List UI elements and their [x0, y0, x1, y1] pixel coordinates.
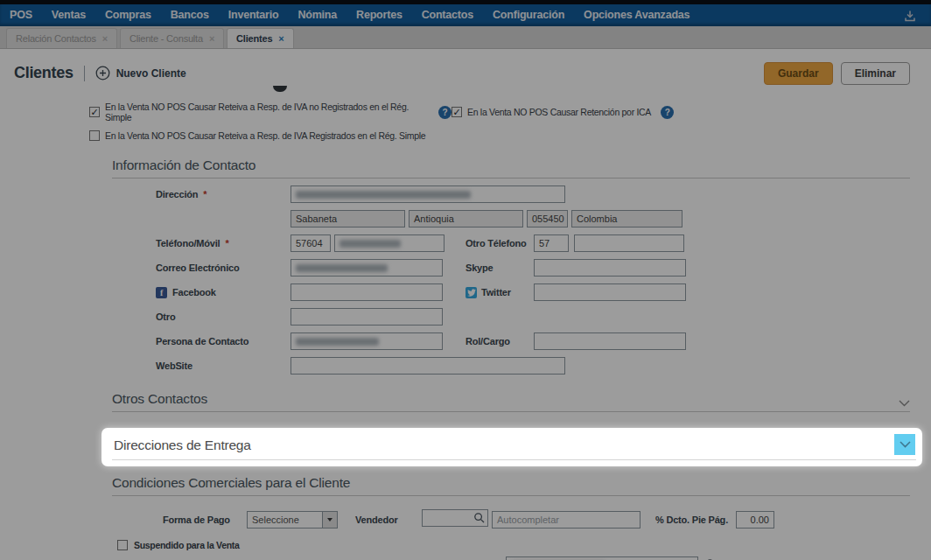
otro-telefono-input[interactable]: [574, 234, 684, 252]
nav-pos[interactable]: POS: [0, 4, 42, 26]
tab-cliente-consulta[interactable]: Cliente - Consulta ×: [120, 28, 224, 48]
nav-compras[interactable]: Compras: [95, 4, 161, 26]
direccion-label: Dirección*: [156, 189, 290, 200]
persona-contacto-input[interactable]: [290, 332, 443, 350]
search-icon[interactable]: [473, 512, 486, 524]
tab-close-icon[interactable]: ×: [209, 33, 214, 44]
otro-telefono-code-input[interactable]: 57: [534, 234, 569, 252]
tab-close-icon[interactable]: ×: [278, 33, 284, 44]
help-icon[interactable]: ?: [438, 106, 452, 119]
chevron-down-icon[interactable]: [899, 400, 910, 407]
state-input[interactable]: Antioquia: [409, 210, 523, 228]
twitter-label: Twitter: [466, 287, 534, 298]
scrolled-element-fragment: [273, 86, 287, 92]
twitter-input[interactable]: [534, 284, 686, 301]
header-divider: [84, 66, 85, 81]
vendedor-code-input[interactable]: [422, 509, 488, 530]
section-title: Direcciones de Entrega: [114, 438, 251, 453]
correo-label: Correo Electrónico: [156, 262, 290, 273]
tab-bar: Relación Contactos × Cliente - Consulta …: [0, 26, 931, 49]
new-client-label: Nuevo Cliente: [116, 67, 186, 80]
checkbox-retencion-ica[interactable]: [452, 107, 462, 117]
forma-pago-select[interactable]: Seleccione: [247, 511, 338, 528]
checkbox-iva-no-registrados[interactable]: [89, 107, 100, 117]
otro-telefono-label: Otro Télefono: [466, 238, 534, 248]
dcto-label: % Dcto. Pie Pág.: [655, 514, 736, 525]
main-nav: POS Ventas Compras Bancos Inventario Nóm…: [0, 4, 931, 26]
flag-label: En la Venta NO POS Causar Reteiva a Resp…: [105, 130, 425, 141]
country-input[interactable]: Colombia: [571, 210, 682, 228]
nav-ventas[interactable]: Ventas: [42, 4, 95, 26]
forma-pago-label: Forma de Pago: [163, 514, 247, 525]
website-input[interactable]: [290, 357, 565, 374]
required-mark: *: [225, 238, 228, 248]
telefono-label: Teléfono/Móvil*: [156, 238, 290, 248]
nav-bancos[interactable]: Bancos: [161, 4, 219, 26]
section-title: Otros Contactos: [112, 391, 207, 407]
postal-code-input[interactable]: 055450: [527, 210, 568, 228]
facebook-icon: f: [156, 287, 167, 298]
placeholder: Autocompletar: [497, 514, 559, 525]
twitter-icon: [466, 287, 477, 298]
skype-input[interactable]: [534, 259, 686, 276]
correo-xml-input[interactable]: [506, 556, 698, 560]
download-icon[interactable]: [903, 9, 917, 23]
delete-button[interactable]: Eliminar: [841, 62, 910, 85]
redacted-value: [340, 240, 401, 248]
save-button[interactable]: Guardar: [764, 62, 833, 85]
persona-contacto-label: Persona de Contacto: [156, 336, 290, 346]
tab-relacion-contactos[interactable]: Relación Contactos ×: [6, 28, 117, 48]
section-title: Información de Contacto: [112, 158, 256, 173]
tab-clientes[interactable]: Clientes ×: [227, 28, 293, 48]
tab-close-icon[interactable]: ×: [102, 33, 108, 44]
rol-cargo-input[interactable]: [534, 332, 686, 350]
help-icon[interactable]: ?: [661, 106, 674, 119]
plus-circle-icon: [95, 66, 110, 80]
required-mark: *: [203, 189, 206, 200]
forma-pago-value: Seleccione: [248, 512, 322, 528]
nav-reportes[interactable]: Reportes: [346, 4, 412, 26]
tab-label: Cliente - Consulta: [130, 33, 203, 44]
section-direcciones-entrega[interactable]: Direcciones de Entrega: [104, 430, 920, 464]
flag-retencion-ica: En la Venta NO POS Causar Retención por …: [452, 106, 674, 119]
section-condiciones-comerciales: Condiciones Comerciales para el Cliente: [112, 475, 910, 496]
app-window: POS Ventas Compras Bancos Inventario Nóm…: [0, 0, 931, 560]
tab-label: Relación Contactos: [16, 33, 96, 44]
nav-nomina[interactable]: Nómina: [288, 4, 346, 26]
nav-configuracion[interactable]: Configuración: [483, 4, 574, 26]
nav-opciones-avanzadas[interactable]: Opciones Avanzadas: [574, 4, 699, 26]
vendedor-autocomplete-input[interactable]: Autocompletar: [492, 511, 640, 528]
facebook-label: f Facebook: [156, 287, 290, 298]
section-informacion-contacto: Información de Contacto: [112, 158, 910, 178]
nav-inventario[interactable]: Inventario: [219, 4, 289, 26]
correo-input[interactable]: [290, 259, 443, 276]
tax-flags: En la Venta NO POS Causar Reteiva a Resp…: [89, 102, 931, 141]
redacted-value: [296, 191, 471, 199]
telefono-code-input[interactable]: 57604: [290, 234, 331, 252]
chevron-down-icon[interactable]: [894, 434, 915, 455]
contact-form: Dirección* Sabaneta Antioquia 055450 Col…: [156, 186, 910, 374]
city-input[interactable]: Sabaneta: [290, 210, 405, 228]
suspendido-row: Suspendido para la Venta: [117, 540, 910, 550]
facebook-input[interactable]: [290, 284, 443, 301]
page-title: Clientes: [14, 64, 74, 82]
dropdown-arrow-icon[interactable]: [322, 512, 337, 528]
dcto-input[interactable]: 0.00: [736, 511, 774, 528]
section-title: Condiciones Comerciales para el Cliente: [112, 475, 350, 491]
condiciones-row: Forma de Pago Seleccione Vendedor Autoco…: [163, 511, 910, 528]
otro-label: Otro: [156, 312, 290, 322]
nav-contactos[interactable]: Contactos: [412, 4, 483, 26]
clientes-page: Clientes Nuevo Cliente Guardar Eliminar: [0, 49, 931, 560]
telefono-input[interactable]: [334, 234, 444, 252]
checkbox-suspendido[interactable]: [117, 540, 128, 550]
flag-iva-registrados: En la Venta NO POS Causar Reteiva a Resp…: [89, 130, 425, 141]
flag-label: En la Venta NO POS Causar Retención por …: [467, 107, 651, 117]
new-client-button[interactable]: Nuevo Cliente: [95, 66, 186, 80]
otro-input[interactable]: [290, 308, 443, 326]
flag-iva-no-registrados: En la Venta NO POS Causar Reteiva a Resp…: [89, 102, 452, 122]
redacted-value: [296, 338, 379, 346]
website-label: WebSite: [156, 360, 290, 371]
section-otros-contactos[interactable]: Otros Contactos: [112, 391, 910, 412]
direccion-input[interactable]: [290, 186, 565, 203]
checkbox-iva-registrados[interactable]: [89, 130, 100, 141]
